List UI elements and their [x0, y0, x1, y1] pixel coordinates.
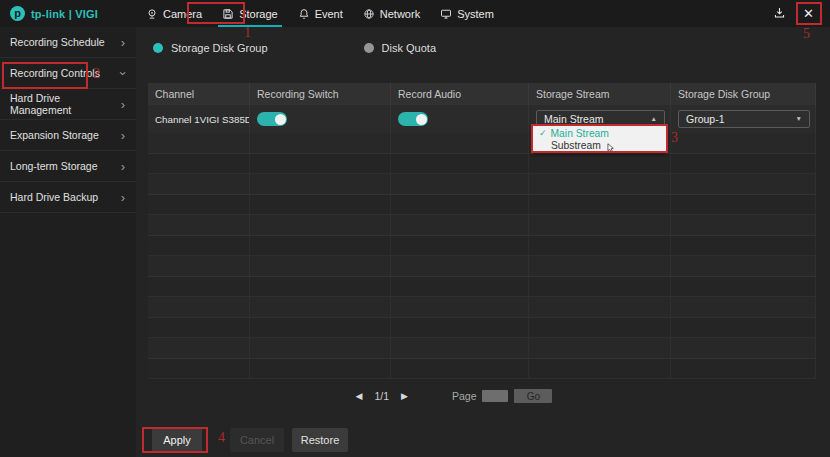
radio-storage-disk-group[interactable]: Storage Disk Group [153, 42, 268, 54]
sidebar-item-label: Recording Schedule [10, 36, 105, 48]
selected-group-value: Group-1 [686, 113, 725, 125]
table-header: Channel Recording Switch Record Audio St… [148, 83, 816, 105]
prev-page-icon[interactable]: ◀ [356, 391, 363, 401]
table-row [148, 195, 816, 216]
page-indicator: 1/1 [374, 390, 389, 402]
check-icon: ✓ [539, 128, 547, 138]
radio-unselected-icon [364, 43, 374, 53]
topbar-actions: ✕ [773, 5, 830, 23]
radio-label: Disk Quota [382, 42, 436, 54]
chevron-down-icon: › [116, 71, 129, 75]
page-input[interactable] [482, 390, 508, 402]
nav-label: Camera [163, 8, 202, 20]
nav-item-storage[interactable]: Storage [212, 0, 288, 27]
next-page-icon[interactable]: ▶ [401, 391, 408, 401]
table-row [148, 318, 816, 339]
sidebar-item-label: Hard Drive Management [10, 92, 121, 116]
sidebar-item-label: Expansion Storage [10, 129, 99, 141]
dropdown-option-label: Substream [551, 140, 601, 151]
storage-stream-dropdown-list: ✓ Main Stream Substream [532, 126, 667, 153]
table-row [148, 277, 816, 298]
column-header-storage-disk-group: Storage Disk Group [671, 83, 816, 105]
column-header-channel: Channel [148, 83, 250, 105]
table-row-channel-1: Channel 1VIGI S385DPS 1... Main Stream ▲… [148, 105, 816, 133]
dropdown-option-substream[interactable]: Substream [532, 140, 667, 153]
main-nav: Camera Storage Event [136, 0, 504, 27]
page-label: Page [452, 390, 477, 402]
column-header-recording-switch: Recording Switch [250, 83, 391, 105]
table-row [148, 338, 816, 359]
apply-button[interactable]: Apply [152, 428, 202, 452]
sidebar-item-recording-schedule[interactable]: Recording Schedule › [0, 27, 136, 58]
nav-item-event[interactable]: Event [288, 0, 353, 27]
storage-disk-group-select[interactable]: Group-1 ▼ [678, 110, 810, 128]
triangle-down-icon: ▼ [796, 116, 802, 123]
network-globe-icon [363, 8, 375, 20]
table-row [148, 174, 816, 195]
radio-disk-quota[interactable]: Disk Quota [364, 42, 436, 54]
nav-item-network[interactable]: Network [353, 0, 430, 27]
table-row [148, 236, 816, 257]
camera-icon [146, 8, 158, 20]
nav-label: Network [380, 8, 420, 20]
dropdown-option-label: Main Stream [551, 128, 609, 139]
radio-label: Storage Disk Group [171, 42, 268, 54]
record-audio-toggle[interactable] [398, 112, 428, 126]
download-icon[interactable] [773, 5, 786, 23]
selected-stream-value: Main Stream [544, 113, 604, 125]
brand-text: tp-link | VIGI [31, 8, 98, 20]
table-row [148, 359, 816, 380]
dropdown-option-main-stream[interactable]: ✓ Main Stream [532, 127, 667, 140]
go-button[interactable]: Go [514, 389, 552, 403]
sidebar-item-hard-drive-backup[interactable]: Hard Drive Backup › [0, 182, 136, 213]
sidebar-item-expansion-storage[interactable]: Expansion Storage › [0, 120, 136, 151]
table-row [148, 256, 816, 277]
nav-label: Storage [239, 8, 278, 20]
nav-label: System [457, 8, 494, 20]
column-header-record-audio: Record Audio [391, 83, 529, 105]
sidebar-item-label: Hard Drive Backup [10, 191, 98, 203]
chevron-right-icon: › [121, 129, 125, 142]
channel-name: Channel 1VIGI S385DPS 1... [155, 114, 249, 125]
sidebar-item-long-term-storage[interactable]: Long-term Storage › [0, 151, 136, 182]
content-area: Storage Disk Group Disk Quota Channel Re… [136, 27, 830, 457]
sidebar-item-recording-controls[interactable]: Recording Controls › [0, 58, 136, 89]
restore-button[interactable]: Restore [292, 428, 348, 452]
table-row [148, 297, 816, 318]
tplink-logo-icon: p [10, 6, 25, 21]
recording-switch-toggle[interactable] [257, 112, 287, 126]
triangle-up-icon: ▲ [651, 116, 657, 123]
chevron-right-icon: › [121, 160, 125, 173]
cancel-button[interactable]: Cancel [230, 428, 284, 452]
nav-item-system[interactable]: System [430, 0, 504, 27]
recording-controls-table: Channel Recording Switch Record Audio St… [148, 83, 816, 379]
brand: p tp-link | VIGI [0, 6, 128, 21]
sidebar-item-label: Long-term Storage [10, 160, 98, 172]
mouse-cursor-icon [607, 143, 615, 155]
sidebar: Recording Schedule › Recording Controls … [0, 27, 136, 457]
table-row [148, 215, 816, 236]
page-jump: Page Go [452, 389, 553, 403]
pagination: ◀ 1/1 ▶ Page Go [120, 388, 788, 404]
topbar: p tp-link | VIGI Camera Storage [0, 0, 830, 27]
nav-label: Event [315, 8, 343, 20]
storage-icon [222, 8, 234, 20]
table-row [148, 133, 816, 154]
nav-item-camera[interactable]: Camera [136, 0, 212, 27]
chevron-right-icon: › [121, 98, 125, 111]
storage-mode-radios: Storage Disk Group Disk Quota [153, 42, 436, 54]
table-empty-rows [148, 133, 816, 379]
chevron-right-icon: › [121, 36, 125, 49]
close-icon[interactable]: ✕ [803, 7, 814, 20]
sidebar-item-hard-drive-management[interactable]: Hard Drive Management › [0, 89, 136, 120]
radio-selected-icon [153, 43, 163, 53]
table-row [148, 154, 816, 175]
chevron-right-icon: › [121, 191, 125, 204]
sidebar-item-label: Recording Controls [10, 67, 100, 79]
column-header-storage-stream: Storage Stream [529, 83, 671, 105]
page-stepper: ◀ 1/1 ▶ [356, 390, 408, 402]
system-monitor-icon [440, 8, 452, 20]
event-bell-icon [298, 8, 310, 20]
